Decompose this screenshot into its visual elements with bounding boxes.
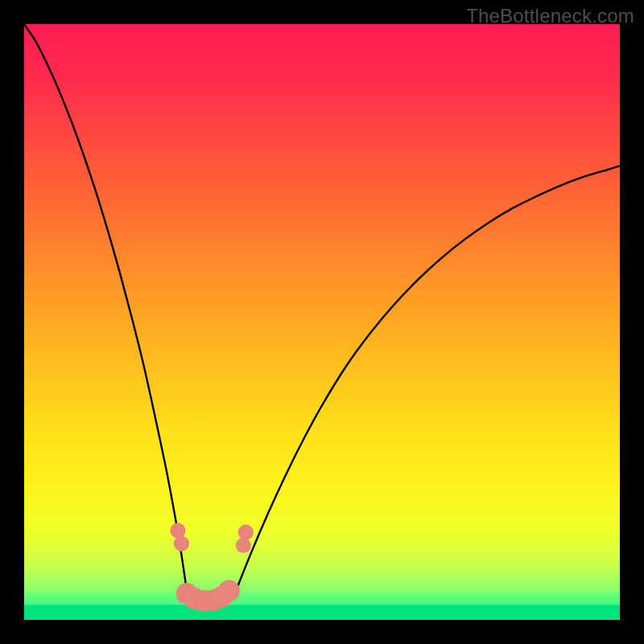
chart-background — [24, 24, 620, 620]
data-marker — [170, 522, 185, 538]
bottleneck-chart — [24, 24, 620, 620]
watermark-text: TheBottleneck.com — [466, 5, 634, 27]
data-marker — [236, 538, 251, 553]
chart-frame — [24, 24, 620, 620]
data-marker — [218, 580, 240, 601]
green-floor — [24, 605, 620, 621]
data-marker — [174, 536, 189, 551]
data-marker — [238, 525, 254, 540]
